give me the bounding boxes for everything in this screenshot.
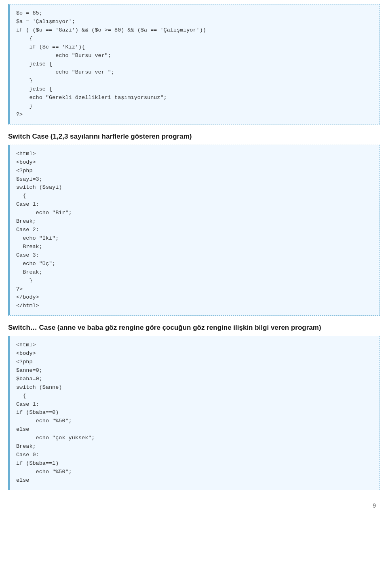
code-text-1: $o = 85; $a = 'Çalışmıyor'; if ( ($u == … <box>16 10 206 118</box>
section2-heading: Switch Case (1,2,3 sayılarını harflerle … <box>8 132 380 141</box>
code-block-2: <html> <body> <?php $sayi=3; switch ($sa… <box>8 145 380 316</box>
code-block-1: $o = 85; $a = 'Çalışmıyor'; if ( ($u == … <box>8 4 380 124</box>
code-text-3: <html> <body> <?php $anne=0; $baba=0; sw… <box>16 342 95 483</box>
page-number: 9 <box>373 502 376 509</box>
page-container: $o = 85; $a = 'Çalışmıyor'; if ( ($u == … <box>0 0 388 513</box>
section3-heading: Switch… Case (anne ve baba göz rengine g… <box>8 323 380 333</box>
code-text-2: <html> <body> <?php $sayi=3; switch ($sa… <box>16 151 72 309</box>
code-block-3: <html> <body> <?php $anne=0; $baba=0; sw… <box>8 336 380 490</box>
